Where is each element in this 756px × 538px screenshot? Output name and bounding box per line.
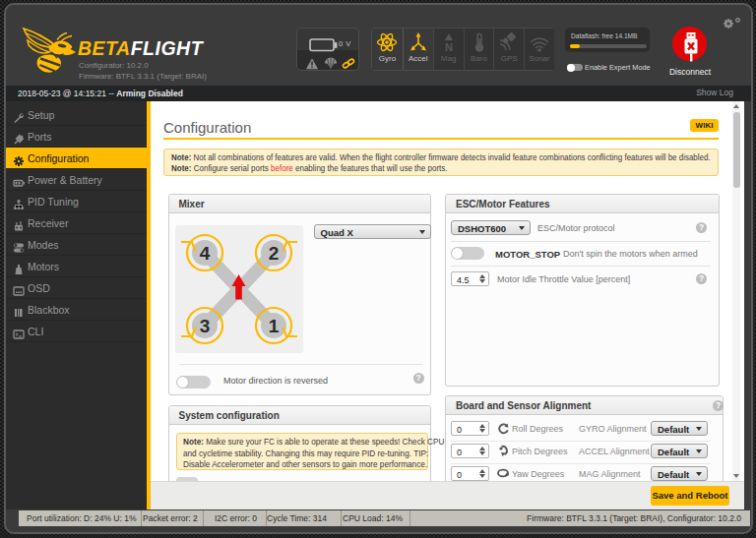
svg-text:1: 1: [269, 316, 280, 336]
svg-text:3: 3: [200, 316, 211, 336]
svg-text:N: N: [445, 41, 453, 53]
svg-text:2: 2: [269, 243, 280, 264]
svg-text:4: 4: [200, 243, 211, 264]
